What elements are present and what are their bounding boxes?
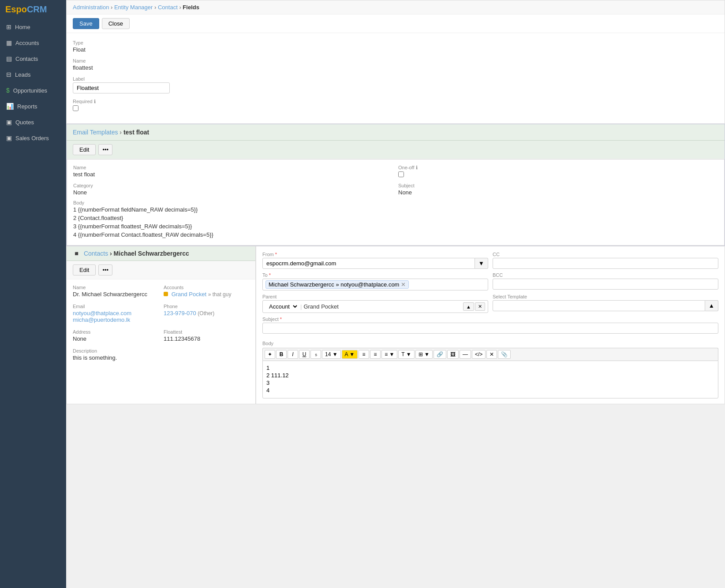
toolbar-link-btn[interactable]: 🔗 bbox=[434, 350, 446, 359]
toolbar-bold-btn[interactable]: B bbox=[276, 350, 287, 359]
bcc-input[interactable] bbox=[493, 279, 718, 290]
contact-description-value: this is something. bbox=[73, 354, 158, 361]
contact-phone-value: 123-979-070 (Other) bbox=[164, 310, 249, 316]
subject-star: * bbox=[280, 316, 282, 322]
toolbar-italic-btn[interactable]: I bbox=[288, 350, 298, 359]
contact-edit-button[interactable]: Edit bbox=[73, 264, 96, 275]
from-group: From * ▼ bbox=[262, 252, 488, 269]
breadcrumb-contact[interactable]: Contact bbox=[158, 4, 178, 11]
bcc-group: BCC bbox=[493, 272, 718, 290]
required-checkbox[interactable] bbox=[73, 105, 78, 111]
toolbar-table-btn[interactable]: ⊞ ▼ bbox=[415, 350, 433, 359]
oneoff-checkbox[interactable] bbox=[398, 171, 404, 177]
sidebar-item-label: Home bbox=[15, 24, 30, 30]
label-input[interactable] bbox=[73, 82, 170, 93]
edit-button[interactable]: Edit bbox=[73, 144, 96, 155]
breadcrumb-email-templates[interactable]: Email Templates bbox=[73, 129, 118, 136]
contact-email2[interactable]: micha@puertodemo.lk bbox=[73, 316, 130, 323]
toolbar-text-btn[interactable]: T ▼ bbox=[398, 350, 414, 359]
toolbar-highlight-btn[interactable]: A ▼ bbox=[342, 350, 358, 359]
toolbar-code-btn[interactable]: </> bbox=[472, 350, 486, 359]
type-label: Type bbox=[73, 40, 718, 45]
bcc-label: BCC bbox=[493, 272, 718, 278]
to-star: * bbox=[269, 272, 271, 278]
sidebar-item-sales-orders[interactable]: ▣ Sales Orders bbox=[0, 130, 66, 146]
contact-account-extra: » that guy bbox=[208, 291, 232, 298]
toolbar-underline-btn[interactable]: U bbox=[299, 350, 310, 359]
cc-input[interactable] bbox=[493, 258, 718, 269]
contact-toolbar: Edit ••• bbox=[67, 261, 255, 279]
select-template-input[interactable] bbox=[493, 300, 705, 311]
template-subject-value: None bbox=[398, 189, 718, 196]
sidebar-item-accounts[interactable]: ▦ Accounts bbox=[0, 35, 66, 51]
sidebar-item-opportunities[interactable]: $ Opportunities bbox=[0, 82, 66, 98]
contact-accounts-group: Accounts Grand Pocket » that guy bbox=[164, 285, 249, 298]
sidebar-item-home[interactable]: ⊞ Home bbox=[0, 19, 66, 35]
parent-template-row: Parent Account | Grand Pocket ▲ ✕ Se bbox=[262, 294, 718, 313]
contact-email1[interactable]: notyou@thatplace.com bbox=[73, 310, 131, 316]
breadcrumb-admin[interactable]: Administration bbox=[73, 4, 109, 11]
parent-group: Parent Account | Grand Pocket ▲ ✕ bbox=[262, 294, 488, 313]
toolbar-magic-btn[interactable]: ✦ bbox=[265, 350, 275, 359]
toolbar-image-btn[interactable]: 🖼 bbox=[447, 350, 459, 359]
sidebar-item-leads[interactable]: ⊟ Leads bbox=[0, 67, 66, 82]
toolbar-ol-btn[interactable]: ≡ bbox=[370, 350, 381, 359]
sidebar-item-contacts[interactable]: ▤ Contacts bbox=[0, 51, 66, 67]
breadcrumb-contacts[interactable]: Contacts bbox=[84, 250, 108, 257]
sidebar-item-reports[interactable]: 📊 Reports bbox=[0, 98, 66, 114]
contact-row-4: Description this is something. bbox=[73, 348, 249, 361]
subject-input[interactable] bbox=[262, 323, 718, 334]
contact-account-link[interactable]: Grand Pocket bbox=[172, 291, 207, 298]
toolbar-hr-btn[interactable]: — bbox=[460, 350, 471, 359]
toolbar-strikethrough-btn[interactable]: 𝔰 bbox=[310, 350, 321, 359]
save-button[interactable]: Save bbox=[73, 18, 99, 29]
to-bcc-row: To * Michael Schwarzbergercc » notyou@th… bbox=[262, 272, 718, 290]
toolbar-fontsize-btn[interactable]: 14 ▼ bbox=[322, 350, 341, 359]
template-category-label: Category bbox=[73, 183, 393, 188]
body-editor[interactable]: 1 2 111.12 3 4 bbox=[262, 361, 718, 398]
parent-clear-button[interactable]: ✕ bbox=[475, 302, 485, 311]
from-dropdown-button[interactable]: ▼ bbox=[475, 258, 488, 269]
cc-group: CC bbox=[493, 252, 718, 269]
rich-toolbar: ✦ B I U 𝔰 14 ▼ A ▼ ≡ ≡ ≡ ▼ T ▼ ⊞ ▼ 🔗 🖼 bbox=[262, 348, 718, 361]
required-field: Required ℹ bbox=[73, 99, 718, 111]
required-checkbox-row bbox=[73, 105, 718, 111]
contact-dots-button[interactable]: ••• bbox=[98, 264, 112, 275]
oneoff-info-icon: ℹ bbox=[416, 165, 418, 170]
type-value: Float bbox=[73, 46, 718, 53]
main-content: Administration › Entity Manager › Contac… bbox=[66, 0, 725, 588]
to-tag: Michael Schwarzbergercc » notyou@thatpla… bbox=[265, 280, 409, 289]
to-tag-close[interactable]: ✕ bbox=[401, 281, 406, 288]
sidebar-item-label: Quotes bbox=[15, 119, 34, 126]
logo: EspoCRM bbox=[0, 0, 66, 19]
close-button[interactable]: Close bbox=[102, 18, 130, 29]
to-field[interactable]: Michael Schwarzbergercc » notyou@thatpla… bbox=[262, 279, 488, 290]
opportunities-icon: $ bbox=[6, 87, 10, 94]
contact-phone[interactable]: 123-979-070 bbox=[164, 310, 196, 316]
template-subject-group: Subject None bbox=[398, 183, 718, 196]
contact-breadcrumb: ◾ Contacts › Michael Schwarzbergercc bbox=[67, 246, 255, 261]
dots-menu-button[interactable]: ••• bbox=[98, 144, 112, 155]
template-body-lines: 1 {{numberFormat fieldName_RAW decimals=… bbox=[73, 206, 718, 238]
contact-row-1: Name Dr. Michael Schwarzbergercc Account… bbox=[73, 285, 249, 298]
breadcrumb-fields: Fields bbox=[183, 4, 199, 11]
entity-panel: Administration › Entity Manager › Contac… bbox=[66, 0, 725, 124]
toolbar-fullscreen-btn[interactable]: ✕ bbox=[486, 350, 497, 359]
subject-label: Subject * bbox=[262, 316, 718, 322]
breadcrumb-entity-manager[interactable]: Entity Manager bbox=[114, 4, 153, 11]
select-template-button[interactable]: ▲ bbox=[705, 300, 718, 311]
sidebar-item-label: Reports bbox=[17, 103, 37, 110]
sidebar: EspoCRM ⊞ Home ▦ Accounts ▤ Contacts ⊟ L… bbox=[0, 0, 66, 588]
parent-label: Parent bbox=[262, 294, 488, 299]
from-input[interactable] bbox=[262, 258, 475, 269]
parent-expand-button[interactable]: ▲ bbox=[463, 302, 474, 311]
email-templates-toolbar: Edit ••• bbox=[67, 141, 725, 159]
toolbar-ul-btn[interactable]: ≡ bbox=[359, 350, 369, 359]
reports-icon: 📊 bbox=[6, 103, 14, 110]
toolbar-attach-btn[interactable]: 📎 bbox=[498, 350, 511, 359]
toolbar-align-btn[interactable]: ≡ ▼ bbox=[381, 350, 397, 359]
parent-type-select[interactable]: Account bbox=[265, 302, 299, 311]
breadcrumb-template-name: test float bbox=[123, 129, 149, 136]
sidebar-item-quotes[interactable]: ▣ Quotes bbox=[0, 114, 66, 130]
contact-address-group: Address None bbox=[73, 329, 158, 342]
